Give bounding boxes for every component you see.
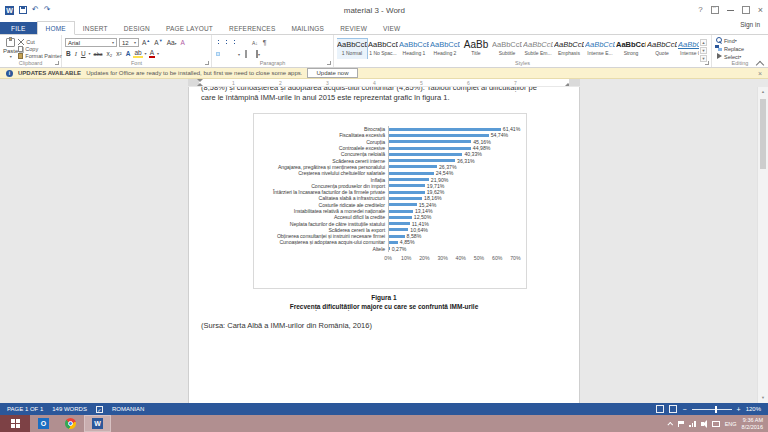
show-hidden-icons-icon[interactable] [668, 421, 674, 427]
underline-button[interactable]: U [80, 50, 87, 57]
line-spacing-button[interactable]: ▾ [237, 50, 241, 58]
style-1-normal[interactable]: AaBbCcDc1 Normal [337, 39, 367, 59]
multilevel-list-button[interactable] [233, 39, 238, 47]
italic-button[interactable]: I [74, 50, 78, 57]
style-intense-e-[interactable]: AaBbCcDdIntense E... [585, 39, 615, 59]
sort-button[interactable]: A↓ [251, 39, 259, 47]
tab-mailings[interactable]: MAILINGS [283, 22, 332, 34]
styles-scroll-up-icon[interactable]: ▲ [700, 39, 707, 46]
find-button[interactable]: Find▾ [715, 37, 765, 44]
minimize-icon[interactable] [727, 10, 734, 11]
tab-review[interactable]: REVIEW [332, 22, 375, 34]
close-notification-icon[interactable]: × [758, 70, 762, 77]
styles-scroll-down-icon[interactable]: ▼ [700, 47, 707, 54]
highlight-color-button[interactable]: ab [133, 49, 142, 58]
bullets-button[interactable] [217, 39, 222, 47]
justify-button[interactable] [232, 53, 234, 55]
style-title[interactable]: AaBbTitle [461, 39, 491, 59]
tab-view[interactable]: VIEW [375, 22, 408, 34]
proofing-icon[interactable]: ✓ [96, 406, 103, 413]
bold-button[interactable]: B [65, 50, 72, 57]
font-color-button[interactable]: A [149, 49, 155, 58]
clock[interactable]: 9:36 AM 8/2/2016 [742, 417, 763, 430]
page-indicator[interactable]: PAGE 1 OF 1 [7, 406, 43, 412]
vertical-scrollbar[interactable]: ▲ ▼ [757, 87, 768, 403]
superscript-button[interactable]: x² [115, 50, 122, 57]
replace-button[interactable]: Replace [715, 45, 765, 52]
zoom-level[interactable]: 120% [746, 406, 761, 412]
style-subtitle[interactable]: AaBbCcDdSubtitle [492, 39, 522, 59]
close-icon[interactable]: × [758, 6, 763, 15]
word-count[interactable]: 149 WORDS [52, 406, 87, 412]
language-indicator[interactable]: ROMANIAN [112, 406, 144, 412]
tab-home[interactable]: HOME [37, 21, 75, 35]
print-layout-icon[interactable] [188, 0, 196, 8]
speaker-icon[interactable] [701, 422, 704, 426]
cut-button[interactable]: Cut [18, 39, 61, 45]
style-1-no-spac-[interactable]: AaBbCcDc1 No Spac... [368, 39, 398, 59]
zoom-in-icon[interactable]: + [737, 406, 741, 413]
shrink-font-button[interactable]: A▼ [153, 38, 163, 46]
tab-file[interactable]: FILE [0, 22, 37, 34]
action-center-flag-icon[interactable] [678, 421, 684, 427]
redo-icon[interactable]: ↷ [44, 6, 51, 14]
collapse-ribbon-icon[interactable] [757, 60, 763, 64]
web-layout-icon[interactable] [669, 405, 677, 413]
change-case-button[interactable]: Aa▾ [166, 39, 178, 46]
sign-in-link[interactable]: Sign in [740, 21, 760, 28]
touch-keyboard-icon[interactable] [712, 421, 720, 427]
copy-button[interactable]: Copy [18, 46, 61, 52]
clipboard-dialog-launcher-icon[interactable] [55, 61, 59, 65]
paste-button[interactable]: Paste ▾ [3, 37, 18, 59]
outlook-taskbar-button[interactable]: O [30, 415, 57, 432]
start-button[interactable] [0, 415, 30, 432]
undo-icon[interactable]: ↶ [32, 6, 39, 14]
tab-insert[interactable]: INSERT [75, 22, 116, 34]
paragraph-dialog-launcher-icon[interactable] [327, 61, 331, 65]
word-logo-icon[interactable]: W [5, 6, 14, 15]
text-effects-button[interactable]: A [125, 50, 132, 57]
zoom-slider-thumb[interactable] [715, 406, 717, 413]
tab-page-layout[interactable]: PAGE LAYOUT [158, 22, 221, 34]
word-taskbar-button[interactable]: W [84, 415, 111, 432]
update-now-button[interactable]: Update now [307, 68, 357, 78]
read-mode-icon[interactable] [656, 405, 664, 413]
tab-design[interactable]: DESIGN [116, 22, 158, 34]
tab-references[interactable]: REFERENCES [221, 22, 283, 34]
first-line-indent-marker[interactable] [197, 79, 203, 82]
style-heading-1[interactable]: AaBbCcEHeading 1 [399, 39, 429, 59]
help-icon[interactable]: ? [698, 5, 702, 15]
align-center-button[interactable] [222, 53, 224, 55]
scrollbar-thumb[interactable] [760, 99, 766, 169]
style-strong[interactable]: AaBbCcDdStrong [616, 39, 646, 59]
subscript-button[interactable]: x₂ [105, 50, 113, 57]
shading-button[interactable] [244, 50, 252, 58]
hanging-indent-marker[interactable] [197, 83, 203, 86]
styles-dialog-launcher-icon[interactable] [705, 61, 709, 65]
figure-bar-chart[interactable]: Birocrația61,41%Fiscalitatea excesivă54,… [253, 113, 527, 289]
numbering-button[interactable] [225, 39, 230, 47]
strikethrough-button[interactable]: abc [93, 51, 104, 57]
zoom-out-icon[interactable]: − [682, 406, 686, 413]
align-right-button[interactable] [227, 53, 229, 55]
clear-formatting-button[interactable]: A [180, 39, 186, 46]
input-language[interactable]: ENG [725, 421, 737, 427]
document-page[interactable]: (8,58%) și cunoașterea și adoptarea acqu… [188, 87, 580, 403]
scroll-up-icon[interactable]: ▲ [758, 87, 768, 97]
style-heading-2[interactable]: AaBbCcDdHeading 2 [430, 39, 460, 59]
show-formatting-button[interactable]: ¶ [262, 38, 268, 48]
style-quote[interactable]: AaBbCcDaQuote [647, 39, 677, 59]
network-icon[interactable] [689, 421, 696, 427]
ribbon-display-options-icon[interactable] [711, 6, 719, 14]
save-icon[interactable] [19, 6, 27, 14]
zoom-slider[interactable] [692, 409, 732, 410]
right-indent-marker[interactable] [565, 83, 571, 86]
increase-indent-button[interactable] [246, 42, 248, 44]
chrome-taskbar-button[interactable] [57, 415, 84, 432]
restore-icon[interactable] [742, 6, 750, 14]
scroll-down-icon[interactable]: ▼ [758, 393, 768, 403]
font-size-combo[interactable]: 12▾ [119, 38, 139, 47]
select-button[interactable]: Select▾ [715, 53, 765, 60]
format-painter-button[interactable]: Format Painter [18, 53, 61, 59]
borders-button[interactable]: ▾ [255, 50, 261, 58]
